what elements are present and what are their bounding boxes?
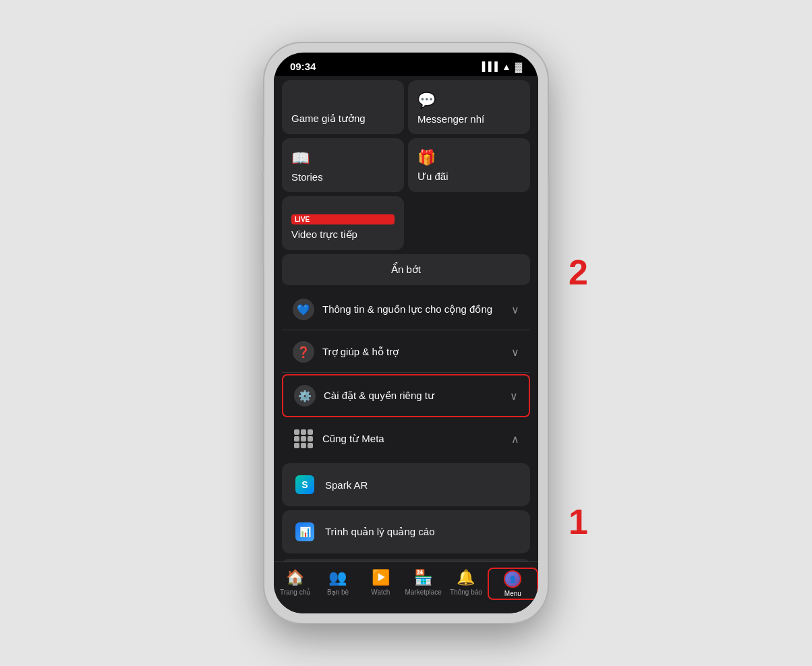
grid-row-3: LIVE Video trực tiếp — [282, 196, 530, 250]
nav-ban-be[interactable]: 👥 Bạn bè — [316, 568, 359, 600]
thong-bao-label: Thông báo — [450, 588, 482, 596]
cai-dat-icon: ⚙️ — [294, 385, 316, 406]
ads-manager-label: Trình quản lý quảng cáo — [325, 526, 519, 538]
nav-thong-bao[interactable]: 🔔 Thông báo — [444, 568, 487, 600]
messenger-nhi-label: Messenger nhí — [417, 113, 521, 125]
cung-tu-meta-row[interactable]: Cũng từ Meta ∧ — [282, 419, 530, 459]
cung-tu-meta-label: Cũng từ Meta — [322, 433, 511, 445]
menu-label: Menu — [504, 590, 521, 597]
ban-be-icon: 👥 — [328, 569, 347, 586]
trang-chu-icon: 🏠 — [286, 569, 304, 586]
video-truc-tiep-card[interactable]: LIVE Video trực tiếp — [282, 196, 404, 250]
an-bot-button[interactable]: Ẩn bớt — [282, 254, 530, 285]
annotation-2: 2 — [569, 252, 588, 293]
nav-marketplace[interactable]: 🏪 Marketplace — [402, 568, 444, 600]
cai-dat-row[interactable]: ⚙️ Cài đặt & quyền riêng tư ∨ — [283, 375, 529, 416]
thong-tin-row[interactable]: 💙 Thông tin & nguồn lực cho cộng đồng ∨ — [282, 289, 530, 330]
cai-dat-label: Cài đặt & quyền riêng tư — [324, 390, 510, 402]
ads-manager-card[interactable]: 📊 Trình quản lý quảng cáo — [282, 510, 530, 553]
marketplace-icon: 🏪 — [414, 569, 432, 586]
tro-giup-label: Trợ giúp & hỗ trợ — [322, 346, 511, 358]
time: 09:34 — [290, 61, 316, 72]
tro-giup-row[interactable]: ❓ Trợ giúp & hỗ trợ ∨ — [282, 332, 530, 373]
stories-card[interactable]: 📖 Stories — [282, 138, 404, 192]
thong-tin-icon: 💙 — [293, 299, 314, 320]
grid-row-2: 📖 Stories 🎁 Ưu đãi — [282, 138, 530, 192]
cai-dat-highlighted: ⚙️ Cài đặt & quyền riêng tư ∨ — [282, 374, 530, 417]
menu-avatar: 👤 — [504, 570, 521, 588]
annotation-1: 1 — [569, 502, 588, 542]
trang-chu-label: Trang chủ — [280, 588, 310, 596]
status-icons: ▐▐▐ ▲ ▓ — [479, 61, 522, 72]
ban-be-label: Bạn bè — [327, 588, 349, 596]
wifi-icon: ▲ — [502, 61, 511, 72]
nav-trang-chu[interactable]: 🏠 Trang chủ — [274, 568, 316, 600]
spark-ar-icon: S — [293, 473, 317, 497]
menu-avatar-inner: 👤 — [505, 572, 520, 586]
watch-icon: ▶️ — [372, 569, 390, 586]
tro-giup-icon: ❓ — [293, 341, 314, 363]
scroll-content[interactable]: Game giả tưởng 💬 Messenger nhí 📖 Stories… — [274, 76, 538, 562]
spark-ar-label: Spark AR — [325, 479, 519, 491]
uu-dai-card[interactable]: 🎁 Ưu đãi — [408, 138, 530, 192]
cung-tu-meta-chevron: ∧ — [511, 433, 519, 446]
signal-icon: ▐▐▐ — [479, 61, 498, 71]
ads-manager-icon: 📊 — [293, 520, 317, 544]
stories-icon: 📖 — [291, 150, 395, 167]
cai-dat-chevron: ∨ — [510, 390, 518, 402]
thong-tin-label: Thông tin & nguồn lực cho cộng đồng — [322, 303, 511, 315]
thong-bao-icon: 🔔 — [457, 569, 475, 586]
cung-tu-meta-icon — [293, 428, 314, 450]
watch-label: Watch — [371, 588, 390, 596]
uu-dai-label: Ưu đãi — [417, 171, 521, 183]
nav-watch[interactable]: ▶️ Watch — [359, 568, 402, 600]
bottom-nav: 🏠 Trang chủ 👥 Bạn bè ▶️ Watch 🏪 Marketpl… — [274, 562, 538, 613]
stories-label: Stories — [291, 171, 395, 183]
grid-row-1: Game giả tưởng 💬 Messenger nhí — [282, 80, 530, 134]
game-gia-tuong-card[interactable]: Game giả tưởng — [282, 80, 404, 134]
spark-ar-card[interactable]: S Spark AR — [282, 463, 530, 506]
messenger-nhi-icon: 💬 — [417, 92, 521, 109]
live-badge: LIVE — [291, 214, 395, 224]
marketplace-label: Marketplace — [405, 588, 441, 596]
messenger-nhi-card[interactable]: 💬 Messenger nhí — [408, 80, 530, 134]
game-gia-tuong-label: Game giả tưởng — [291, 113, 395, 125]
tro-giup-chevron: ∨ — [511, 346, 519, 359]
battery-icon: ▓ — [515, 61, 522, 72]
thong-tin-chevron: ∨ — [511, 303, 519, 316]
uu-dai-icon: 🎁 — [417, 149, 521, 166]
video-truc-tiep-label: Video trực tiếp — [291, 229, 395, 241]
nav-menu[interactable]: 👤 Menu — [488, 568, 538, 600]
